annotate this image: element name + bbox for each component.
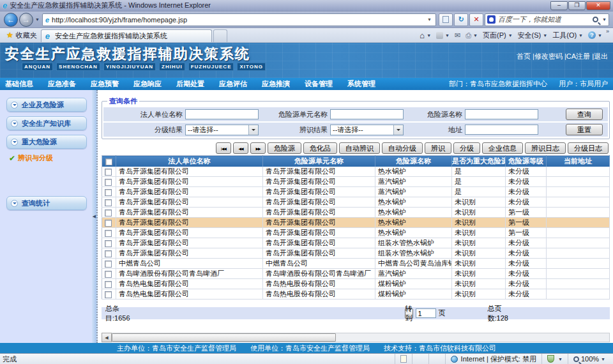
table-row[interactable]: 青岛开源集团有限公司青岛开源集团有限公司热水锅炉未识别第一级 <box>102 228 610 238</box>
search-button[interactable]: 查询 <box>566 109 603 120</box>
close-button[interactable]: ✕ <box>586 1 610 10</box>
search-box[interactable]: 百度一下，你就知道 ▼ <box>485 13 609 26</box>
nav-item[interactable]: 应急预警 <box>91 79 119 89</box>
select-all-checkbox[interactable] <box>105 158 112 165</box>
sidebar-button[interactable]: 安全生产知识库 <box>6 116 87 130</box>
header-link-2[interactable]: 修改密码 <box>534 52 563 60</box>
field-input[interactable] <box>465 109 538 119</box>
toolbar-button[interactable]: 企业信息 <box>482 142 523 154</box>
header-link-3[interactable]: CA注册 <box>566 52 590 60</box>
row-checkbox[interactable] <box>105 281 112 288</box>
table-row[interactable]: 青岛热电集团有限公司青岛热电股份有限公司煤粉锅炉未识别未分级 <box>102 279 610 289</box>
field-input[interactable] <box>185 109 259 119</box>
table-row[interactable]: 青岛开源集团有限公司青岛开源集团有限公司热水锅炉未识别第一级 <box>102 218 610 228</box>
table-row[interactable]: 青岛啤酒股份有限公司青岛啤酒厂青岛啤酒股份有限公司青岛啤酒厂蒸汽锅炉未识别未分级 <box>102 269 610 279</box>
url-field[interactable]: e http://localhost:90/yjzh/frame/homepag… <box>42 13 436 26</box>
nav-item[interactable]: 应急准备 <box>48 79 76 89</box>
history-dropdown-icon[interactable]: ▼ <box>35 17 40 22</box>
table-row[interactable]: 青岛开源集团有限公司青岛开源集团有限公司热水锅炉是未分级 <box>102 167 610 177</box>
toolbar-button[interactable]: 分级 <box>453 142 480 154</box>
nav-item[interactable]: 设备管理 <box>305 79 333 89</box>
collapse-arrow-icon[interactable]: ◀ <box>93 214 96 219</box>
nav-item[interactable]: 应急推演 <box>262 79 290 89</box>
tools-menu[interactable]: 工具(O)▼ <box>550 31 586 40</box>
table-row[interactable]: 青岛开源集团有限公司青岛开源集团有限公司蒸汽锅炉是未分级 <box>102 177 610 187</box>
back-button[interactable]: ← <box>4 13 18 27</box>
minimize-button[interactable]: – <box>550 1 568 10</box>
toolbar-button[interactable]: 自动分级 <box>382 142 423 154</box>
field-select[interactable]: --请选择-- <box>185 125 259 135</box>
row-checkbox[interactable] <box>105 189 112 196</box>
row-checkbox[interactable] <box>105 271 112 278</box>
search-input-text[interactable]: 百度一下，你就知道 <box>498 15 593 24</box>
next-page-button[interactable]: ▶▶ <box>250 142 266 154</box>
stop-button[interactable]: ✕ <box>469 13 483 26</box>
safety-menu[interactable]: 安全(S)▼ <box>515 31 550 40</box>
header-link-4[interactable]: 退出 <box>594 52 608 60</box>
table-row[interactable]: 青岛开源集团有限公司青岛开源集团有限公司组装水管热水锅炉未识别未分级 <box>102 238 610 248</box>
forward-button[interactable]: → <box>19 13 33 27</box>
table-row[interactable]: 青岛开源集团有限公司青岛开源集团有限公司热水锅炉未识别未分级 <box>102 197 610 208</box>
horizontal-scrollbar[interactable]: ◀ <box>102 333 610 342</box>
browser-tab[interactable]: e 安全生产应急救援指挥辅助决策系统 <box>41 29 212 42</box>
url-dropdown-icon[interactable]: ▼ <box>426 17 433 22</box>
toolbar-button[interactable]: 危险源 <box>268 142 301 154</box>
goto-page-button[interactable]: 转到 <box>405 308 413 319</box>
scroll-left-button[interactable]: ◀ <box>102 333 112 342</box>
help-menu[interactable]: ?▼ <box>586 31 605 39</box>
field-input[interactable] <box>330 109 404 119</box>
search-icon[interactable] <box>593 17 598 22</box>
table-row[interactable]: 青岛开源集团有限公司青岛开源集团有限公司蒸汽锅炉是未分级 <box>102 187 610 197</box>
table-row[interactable]: 中燃青岛公司中燃青岛公司中燃青岛公司黄岛油库锅炉未识别未分级 <box>102 259 610 269</box>
scrollbar-thumb[interactable] <box>112 333 336 342</box>
toolbar-button[interactable]: 辨识日志 <box>525 142 566 154</box>
toolbar-button[interactable]: 分级日志 <box>568 142 609 154</box>
row-checkbox[interactable] <box>105 169 112 176</box>
table-row[interactable]: 青岛开源集团有限公司青岛开源集团有限公司热水锅炉未识别第一级 <box>102 208 610 218</box>
toolbar-button[interactable]: 自动辨识 <box>339 142 380 154</box>
nav-item[interactable]: 基础信息 <box>5 79 33 89</box>
refresh-button[interactable]: ↻ <box>454 13 468 26</box>
nav-item[interactable]: 系统管理 <box>347 79 375 89</box>
row-checkbox[interactable] <box>105 199 112 206</box>
table-row[interactable]: 青岛开源集团有限公司青岛开源集团有限公司组装水管热水锅炉未识别未分级 <box>102 248 610 259</box>
maximize-button[interactable]: ❐ <box>568 1 586 10</box>
scrollbar-track[interactable] <box>112 333 610 342</box>
sidebar-button[interactable]: 企业及危险源 <box>6 98 87 112</box>
toolbar-button[interactable]: 危化品 <box>303 142 337 154</box>
page-menu[interactable]: 页面(P)▼ <box>480 31 515 40</box>
row-checkbox[interactable] <box>105 291 112 298</box>
feeds-button[interactable]: ▼ <box>434 32 452 39</box>
sidebar-active-item[interactable]: ✔辨识与分级 <box>9 153 87 163</box>
nav-item[interactable]: 应急响应 <box>133 79 162 89</box>
print-button[interactable]: ⎙▼ <box>463 31 480 40</box>
home-button[interactable]: ⌂▼ <box>417 31 434 40</box>
page-number-input[interactable] <box>416 308 436 318</box>
row-checkbox[interactable] <box>105 179 112 186</box>
row-checkbox[interactable] <box>105 240 112 247</box>
new-tab-stub[interactable] <box>213 29 227 42</box>
header-link-1[interactable]: 首页 <box>517 52 531 60</box>
toolbar-button[interactable]: 辨识 <box>425 142 451 154</box>
nav-item[interactable]: 应急评估 <box>219 79 247 89</box>
field-select[interactable]: --请选择-- <box>330 125 404 135</box>
row-checkbox[interactable] <box>105 250 112 257</box>
favorites-button[interactable]: ★ 收藏夹 <box>3 28 41 42</box>
sidebar-button[interactable]: 重大危险源 <box>6 135 87 149</box>
overflow-chevron-icon[interactable]: » <box>605 28 610 34</box>
nav-item[interactable]: 后期处置 <box>176 79 204 89</box>
row-checkbox[interactable] <box>105 230 112 237</box>
read-mail-button[interactable]: ✉ <box>452 31 463 40</box>
sidebar-button[interactable]: 查询统计 <box>6 196 87 210</box>
sidebar-splitter[interactable]: ◀ <box>92 90 98 343</box>
table-row[interactable]: 青岛热电集团有限公司青岛热电股份有限公司煤粉锅炉未识别未分级 <box>102 289 610 300</box>
field-input[interactable] <box>465 125 538 135</box>
search-dropdown-icon[interactable]: ▼ <box>602 17 607 22</box>
prev-page-button[interactable]: ◀◀ <box>233 142 248 154</box>
protected-mode-cell[interactable]: ▼ <box>541 354 568 364</box>
row-checkbox[interactable] <box>105 209 112 216</box>
first-page-button[interactable]: |◀◀ <box>216 142 231 154</box>
compatibility-view-button[interactable] <box>439 13 453 26</box>
reset-button[interactable]: 重置 <box>566 124 603 135</box>
row-checkbox[interactable] <box>105 261 112 268</box>
